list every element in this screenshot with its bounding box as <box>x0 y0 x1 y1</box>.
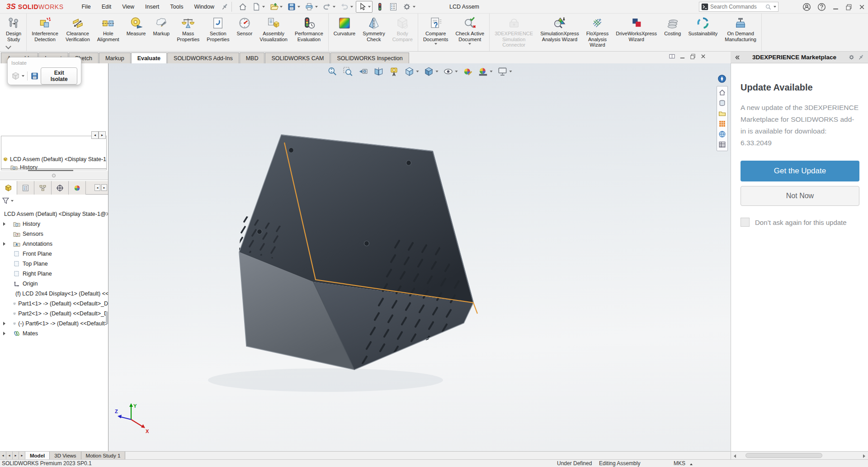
filter-funnel-icon[interactable] <box>2 197 9 205</box>
panel-tab-dimxpert[interactable] <box>52 181 69 195</box>
view-settings-button[interactable] <box>496 65 513 78</box>
scroll-left-icon[interactable] <box>734 454 736 458</box>
panel-resize-grip[interactable] <box>106 311 108 324</box>
panel-tab-configurations[interactable] <box>34 181 52 195</box>
tree-item-sensors[interactable]: Sensors <box>0 229 108 239</box>
document-properties-button[interactable] <box>387 1 400 13</box>
tab-solidworks-cam[interactable]: SOLIDWORKS CAM <box>265 52 330 63</box>
pin-menu-icon[interactable] <box>221 3 229 11</box>
ribbon-on-demand-manufacturing-button[interactable]: On Demand Manufacturing <box>721 14 760 51</box>
open-button[interactable] <box>268 1 284 13</box>
dropdown-arrow-icon[interactable] <box>434 43 437 45</box>
tree-item-f-lcd-20x4-displ[interactable]: (f) LCD 20x4 Display<1> (Default) <<D <box>0 289 108 299</box>
tree-item-mates[interactable]: Mates <box>0 329 108 338</box>
undo-button[interactable] <box>321 1 337 13</box>
display-style-button[interactable] <box>423 65 439 78</box>
panel-tab-display-manager[interactable] <box>69 181 86 195</box>
table-list-icon[interactable] <box>718 141 726 148</box>
filter-dropdown-icon[interactable] <box>11 200 14 202</box>
dropdown-arrow-icon[interactable] <box>333 6 335 8</box>
dropdown-arrow-icon[interactable] <box>413 6 415 8</box>
select-button[interactable] <box>356 1 373 13</box>
globe-icon[interactable] <box>718 130 726 138</box>
panel-tab-features[interactable] <box>0 181 17 195</box>
splitter-knob-icon[interactable] <box>52 174 56 177</box>
ribbon-hole-alignment-button[interactable]: Hole Alignment <box>94 14 123 51</box>
units-selector[interactable]: MKS <box>674 460 693 467</box>
tree-item-annotations[interactable]: Annotations <box>0 239 108 249</box>
zoom-to-fit-button[interactable] <box>326 65 339 78</box>
new-document-button[interactable] <box>250 1 267 13</box>
dropdown-arrow-icon[interactable] <box>280 6 283 8</box>
expand-arrow-icon[interactable] <box>3 242 5 246</box>
save-button[interactable] <box>285 1 302 13</box>
dropdown-arrow-icon[interactable] <box>416 71 419 72</box>
ribbon-curvature-button[interactable]: Curvature <box>330 14 359 51</box>
ribbon-interference-detection-button[interactable]: Interference Detection <box>28 14 62 51</box>
ribbon-check-active-document-button[interactable]: Check Active Document <box>452 14 488 51</box>
search-commands-box[interactable] <box>699 2 778 12</box>
ribbon-driveworksxpress-wizard-button[interactable]: DriveWorksXpress Wizard <box>612 14 660 51</box>
tree-filter[interactable] <box>2 197 14 205</box>
help-icon[interactable] <box>817 3 826 11</box>
ribbon-assembly-visualization-button[interactable]: Assembly Visualization <box>256 14 291 51</box>
scroll-last-button[interactable]: ▸ <box>19 452 25 459</box>
zoom-to-area-button[interactable] <box>342 65 354 78</box>
scroll-next-button[interactable]: ▸ <box>13 452 19 459</box>
home-small-icon[interactable] <box>718 89 726 96</box>
save-display-state-icon[interactable] <box>30 71 39 81</box>
lcd-enclosure-3d-model[interactable] <box>108 63 731 451</box>
annotation-view-button[interactable] <box>388 65 401 78</box>
options-button[interactable] <box>401 1 417 13</box>
expand-arrow-icon[interactable] <box>3 322 5 325</box>
dropdown-arrow-icon[interactable] <box>509 71 512 72</box>
panel-settings-gear-icon[interactable] <box>848 54 855 61</box>
tree-scroll-left-button[interactable]: ◂ <box>91 131 99 139</box>
database-icon[interactable] <box>718 99 726 107</box>
folder-icon[interactable] <box>718 110 726 117</box>
ribbon-simulationxpress-analysis-wizard-button[interactable]: SimulationXpress Analysis Wizard <box>537 14 583 51</box>
tree-root-assembly[interactable]: LCD Assem (Default) <Display State-1@> <box>0 209 108 219</box>
view-orientation-button[interactable] <box>403 65 420 78</box>
tab-solidworks-inspection[interactable]: SOLIDWORKS Inspection <box>330 52 409 63</box>
expand-arrow-icon[interactable] <box>3 332 5 335</box>
search-icon[interactable] <box>765 4 772 10</box>
account-icon[interactable] <box>802 3 811 11</box>
doc-tab-motion-study-1[interactable]: Motion Study 1 <box>81 452 126 459</box>
ribbon-costing-button[interactable]: Costing <box>660 14 684 51</box>
ribbon-section-properties-button[interactable]: Section Properties <box>203 14 233 51</box>
search-dropdown-icon[interactable] <box>774 6 776 8</box>
ribbon-symmetry-check-button[interactable]: Symmetry Check <box>359 14 389 51</box>
expand-arrow-icon[interactable] <box>3 222 5 226</box>
exit-isolate-button[interactable]: Exit Isolate <box>41 67 77 85</box>
window-close-button[interactable] <box>859 4 865 10</box>
print-button[interactable] <box>303 1 320 13</box>
scroll-right-icon[interactable] <box>863 454 865 458</box>
previous-view-button[interactable] <box>357 65 370 78</box>
isolate-transparency-icon[interactable] <box>11 71 20 81</box>
mini-tree-root[interactable]: LCD Assem (Default) <Display State-1 <box>3 154 106 164</box>
tab-evaluate[interactable]: Evaluate <box>131 52 167 63</box>
apply-scene-button[interactable] <box>477 65 494 78</box>
viewport-min-icon[interactable] <box>679 53 685 59</box>
ribbon-clearance-verification-button[interactable]: Clearance Verification <box>62 14 94 51</box>
menu-view[interactable]: View <box>117 0 140 14</box>
tree-item-history[interactable]: History <box>0 219 108 229</box>
tree-scroll-right-button[interactable]: ▸ <box>99 131 106 139</box>
ribbon-sustainability-button[interactable]: Sustainability <box>684 14 721 51</box>
redo-button[interactable] <box>338 1 355 13</box>
panel-pin-icon[interactable] <box>858 54 864 61</box>
edit-appearance-button[interactable] <box>462 65 474 78</box>
search-input[interactable] <box>710 4 763 10</box>
tab-mbd[interactable]: MBD <box>240 52 265 63</box>
doc-tab-3d-views[interactable]: 3D Views <box>50 452 81 459</box>
graphics-viewport[interactable]: Y X Z <box>108 63 731 451</box>
window-restore-button[interactable] <box>845 4 852 10</box>
collapse-panel-icon[interactable] <box>734 54 741 61</box>
tree-item-front-plane[interactable]: Front Plane <box>0 249 108 259</box>
scrollbar-thumb[interactable] <box>745 453 822 458</box>
ribbon-compare-documents-button[interactable]: Compare Documents <box>420 14 452 51</box>
ribbon-markup-button[interactable]: Markup <box>149 14 173 51</box>
window-minimize-button[interactable] <box>832 4 839 10</box>
home-button[interactable] <box>236 1 249 13</box>
